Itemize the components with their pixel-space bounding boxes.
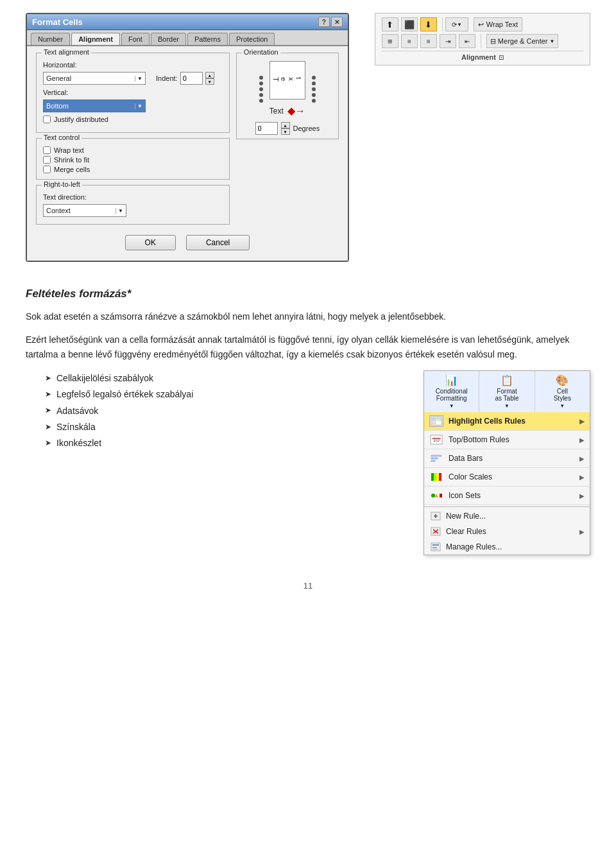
- merge-cells-row[interactable]: Merge cells: [43, 166, 223, 173]
- alignment-top-row: ⬆ ⬛ ⬇ ⟳▼ ↩ Wrap Text: [382, 17, 583, 31]
- hcr-text: Highlight Cells Rules: [449, 417, 574, 426]
- indent-input[interactable]: [180, 72, 203, 85]
- shrink-to-fit-row[interactable]: Shrink to fit: [43, 156, 223, 164]
- clear-rules-item[interactable]: Clear Rules ▶: [424, 524, 590, 539]
- indent-up[interactable]: ▲: [205, 72, 214, 78]
- degrees-input[interactable]: [255, 122, 278, 135]
- align-right-btn[interactable]: ≡: [420, 34, 437, 48]
- svg-rect-1: [432, 419, 436, 421]
- icon-sets-item[interactable]: Icon Sets ▶: [424, 487, 590, 505]
- alignment-section-label: Alignment ⊡: [382, 51, 583, 61]
- dialog-close-button[interactable]: ✕: [331, 17, 343, 27]
- ok-button[interactable]: OK: [125, 235, 176, 250]
- svg-rect-2: [432, 422, 436, 424]
- manage-rules-item[interactable]: Manage Rules...: [424, 539, 590, 555]
- decrease-indent-btn[interactable]: ⇤: [459, 34, 475, 48]
- is-arrow: ▶: [579, 492, 585, 499]
- panel-expand-icon[interactable]: ⊡: [499, 54, 504, 61]
- wrap-text-checkbox[interactable]: [43, 146, 51, 154]
- justify-distributed-checkbox-row[interactable]: Justify distributed: [43, 116, 108, 123]
- bullet-item-0: Cellakijelölési szabályok: [45, 370, 404, 386]
- svg-rect-16: [440, 494, 442, 497]
- hcr-icon: [429, 415, 443, 427]
- conditional-formatting-btn[interactable]: 📊 ConditionalFormatting ▼: [424, 371, 479, 412]
- shrink-to-fit-checkbox[interactable]: [43, 156, 51, 164]
- degrees-row: ▲ ▼ Degrees: [255, 122, 320, 135]
- indent-label: Indent:: [156, 74, 178, 82]
- bullet-list-container: Cellakijelölési szabályok Legfelső legal…: [26, 370, 404, 555]
- format-cells-dialog[interactable]: Format Cells ? ✕ Number Alignment Font B…: [26, 13, 349, 262]
- dialog-tabs: Number Alignment Font Border Patterns Pr…: [27, 30, 348, 46]
- cf-menu-header: 📊 ConditionalFormatting ▼ 📋 Formatas Tab…: [424, 371, 590, 412]
- color-scales-item[interactable]: Color Scales ▶: [424, 468, 590, 487]
- svg-rect-3: [437, 419, 440, 421]
- align-bottom-btn[interactable]: ⬇: [420, 17, 437, 31]
- nr-icon: [429, 511, 442, 521]
- degrees-spinner[interactable]: ▲ ▼: [281, 122, 290, 135]
- align-center-btn[interactable]: ≡: [401, 34, 418, 48]
- horizontal-select[interactable]: General ▼: [43, 72, 146, 85]
- direction-dropdown-arrow: ▼: [116, 208, 123, 214]
- bullet-item-3: Színskála: [45, 419, 404, 435]
- orientation-section: Orientation Text: [236, 53, 339, 139]
- cell-styles-btn[interactable]: 🎨 CellStyles ▼: [535, 371, 590, 412]
- page-number: 11: [26, 581, 590, 591]
- tab-alignment[interactable]: Alignment: [71, 33, 120, 45]
- cs2-icon: [429, 471, 443, 483]
- svg-rect-25: [432, 547, 437, 548]
- rtl-legend: Right-to-left: [42, 180, 82, 188]
- svg-rect-8: [431, 458, 438, 459]
- align-left-btn[interactable]: ≡: [382, 34, 398, 48]
- degrees-down[interactable]: ▼: [281, 128, 290, 135]
- increase-indent-btn[interactable]: ⇥: [440, 34, 456, 48]
- wrap-text-btn[interactable]: ↩ Wrap Text: [474, 17, 522, 31]
- tbr-arrow: ▶: [579, 436, 585, 444]
- data-bars-item[interactable]: Data Bars ▶: [424, 449, 590, 468]
- orientation-btn[interactable]: ⟳▼: [445, 17, 468, 31]
- cs-arrow: ▼: [560, 403, 565, 409]
- svg-rect-13: [439, 473, 441, 481]
- text-rotated-display: Text: [270, 61, 305, 99]
- text-direction-select[interactable]: Context ▼: [43, 204, 126, 217]
- wrap-text-row[interactable]: Wrap text: [43, 146, 223, 154]
- horizontal-label: Horizontal:: [43, 61, 81, 69]
- justify-distributed-checkbox[interactable]: [43, 116, 51, 123]
- cs2-text: Color Scales: [449, 472, 574, 481]
- is-icon: [429, 490, 443, 501]
- tab-font[interactable]: Font: [121, 33, 150, 45]
- highlight-cells-rules-item[interactable]: Highlight Cells Rules ▶: [424, 412, 590, 431]
- merge-cells-label: Merge cells: [54, 166, 90, 173]
- orient-arrow: ◆→: [287, 105, 305, 117]
- format-as-table-btn[interactable]: 📋 Formatas Table ▼: [479, 371, 535, 412]
- align-middle-btn[interactable]: ⬛: [401, 17, 418, 31]
- svg-rect-24: [432, 544, 439, 546]
- degrees-up[interactable]: ▲: [281, 122, 290, 128]
- dialog-body: Text alignment Horizontal: General ▼ Ind…: [27, 46, 348, 261]
- dialog-buttons: OK Cancel: [36, 230, 339, 254]
- tab-protection[interactable]: Protection: [229, 33, 275, 45]
- cancel-button[interactable]: Cancel: [186, 235, 250, 250]
- merge-cells-checkbox[interactable]: [43, 166, 51, 173]
- svg-rect-11: [434, 473, 436, 481]
- merge-center-btn[interactable]: ⊟ Merge & Center ▼: [486, 34, 559, 48]
- cs2-arrow: ▶: [579, 474, 585, 481]
- text-control-section: Text control Wrap text Shrink to fit Mer…: [36, 138, 230, 180]
- dialog-help-button[interactable]: ?: [318, 17, 330, 27]
- indent-spinner[interactable]: ▲ ▼: [205, 72, 214, 85]
- alignment-panel: ⬆ ⬛ ⬇ ⟳▼ ↩ Wrap Text ≡ ≡ ≡ ⇥ ⇤ ⊟ Merge &: [375, 13, 590, 65]
- tab-patterns[interactable]: Patterns: [187, 33, 228, 45]
- top-bottom-rules-item[interactable]: 10 Top/Bottom Rules ▶: [424, 431, 590, 449]
- vertical-label: Vertical:: [43, 89, 81, 96]
- vertical-select[interactable]: Bottom ▼: [43, 99, 146, 112]
- merge-center-icon: ⊟: [490, 37, 496, 46]
- cr-text: Clear Rules: [446, 527, 576, 536]
- cf-label: ConditionalFormatting: [436, 388, 468, 402]
- indent-down[interactable]: ▼: [205, 78, 214, 85]
- align-top-btn[interactable]: ⬆: [382, 17, 398, 31]
- text-orient-label: Text: [270, 107, 284, 116]
- wrap-text-icon: ↩: [478, 21, 484, 29]
- mr-icon: [429, 542, 442, 552]
- tab-border[interactable]: Border: [151, 33, 186, 45]
- new-rule-item[interactable]: New Rule...: [424, 508, 590, 524]
- tab-number[interactable]: Number: [31, 33, 70, 45]
